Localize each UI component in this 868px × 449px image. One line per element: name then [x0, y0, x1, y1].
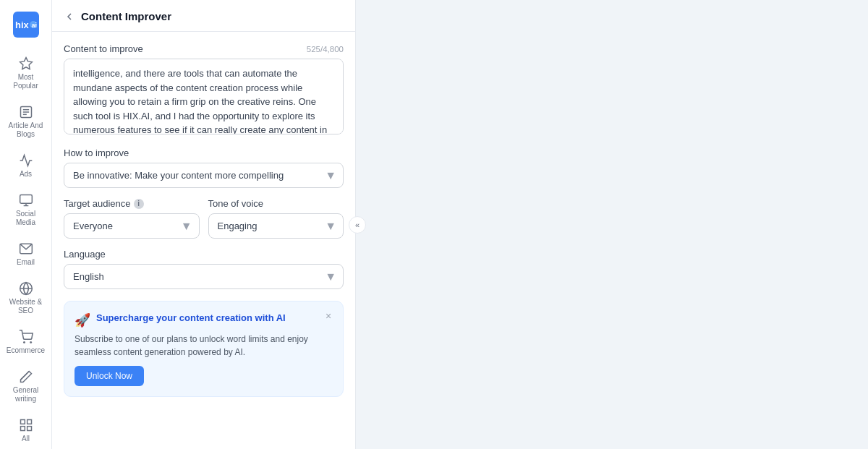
svg-point-14	[23, 342, 25, 343]
sidebar-item-most-popular-label: Most Popular	[7, 73, 46, 90]
svg-rect-20	[20, 427, 25, 431]
panel-title: Content Improver	[81, 10, 171, 22]
sidebar-item-general-writing[interactable]: General writing	[4, 364, 48, 409]
language-field: Language English Spanish French German C…	[64, 249, 344, 289]
svg-text:hix: hix	[15, 20, 30, 30]
svg-point-15	[30, 342, 31, 343]
how-to-improve-select-wrapper: Be innovative: Make your content more co…	[64, 163, 344, 188]
promo-title: Supercharge your content creation with A…	[96, 312, 300, 325]
target-audience-select[interactable]: Everyone Students Professionals Develope…	[64, 213, 200, 239]
sidebar-item-email[interactable]: Email	[4, 236, 48, 273]
sidebar-item-ads[interactable]: Ads	[4, 147, 48, 184]
how-to-improve-select[interactable]: Be innovative: Make your content more co…	[64, 163, 344, 188]
promo-close-button[interactable]: ×	[321, 309, 336, 323]
unlock-now-button[interactable]: Unlock Now	[75, 366, 144, 386]
content-to-improve-label: Content to improve	[64, 43, 143, 54]
sidebar-item-all[interactable]: All	[4, 412, 48, 449]
back-button[interactable]	[64, 11, 75, 22]
sidebar-item-website-seo[interactable]: Website & SEO	[4, 275, 48, 321]
sidebar-item-most-popular[interactable]: Most Popular	[4, 51, 48, 96]
target-audience-info-icon[interactable]: i	[134, 199, 144, 209]
promo-rocket-icon: 🚀	[75, 312, 90, 328]
svg-rect-8	[20, 195, 32, 204]
sidebar-item-ecommerce-label: Ecommerce	[7, 346, 45, 355]
panel-wrapper: Content Improver Content to improve 525/…	[52, 0, 356, 449]
target-audience-label: Target audience	[64, 198, 131, 209]
svg-marker-3	[20, 58, 32, 69]
content-to-improve-label-row: Content to improve 525/4,800	[64, 43, 344, 54]
target-audience-label-row: Target audience i	[64, 198, 200, 209]
panel-header: Content Improver	[52, 0, 355, 32]
language-select-wrapper: English Spanish French German Chinese ▼	[64, 264, 344, 289]
tone-of-voice-select[interactable]: Engaging Formal Casual Humorous	[208, 213, 344, 239]
promo-banner: × 🚀 Supercharge your content creation wi…	[64, 301, 344, 397]
sidebar-item-social-media-label: Social Media	[7, 210, 46, 227]
svg-text:ai: ai	[31, 22, 37, 29]
logo-box: hix ai	[13, 12, 39, 38]
sidebar: hix ai Most Popular Article And Blogs Ad…	[0, 0, 52, 449]
svg-rect-17	[20, 420, 25, 424]
promo-description: Subscribe to one of our plans to unlock …	[75, 333, 333, 359]
char-count: 525/4,800	[307, 45, 344, 54]
sidebar-item-general-writing-label: General writing	[7, 386, 46, 403]
sidebar-item-all-label: All	[22, 435, 30, 443]
sidebar-item-social-media[interactable]: Social Media	[4, 187, 48, 233]
target-audience-select-wrapper: Everyone Students Professionals Develope…	[64, 213, 200, 239]
how-to-improve-field: How to improve Be innovative: Make your …	[64, 147, 344, 188]
svg-rect-18	[27, 420, 31, 424]
target-audience-field: Target audience i Everyone Students Prof…	[64, 198, 200, 239]
content-to-improve-field: Content to improve 525/4,800 intelligenc…	[64, 43, 344, 137]
tone-of-voice-label: Tone of voice	[208, 198, 264, 209]
language-select[interactable]: English Spanish French German Chinese	[64, 264, 344, 289]
form-area: Content to improve 525/4,800 intelligenc…	[52, 32, 355, 301]
sidebar-item-email-label: Email	[17, 258, 35, 267]
content-textarea[interactable]: intelligence, and there are tools that c…	[64, 59, 344, 134]
sidebar-item-article-blogs[interactable]: Article And Blogs	[4, 99, 48, 145]
sidebar-item-website-seo-label: Website & SEO	[7, 298, 46, 315]
sidebar-item-ads-label: Ads	[20, 170, 32, 179]
collapse-panel-button[interactable]: «	[349, 216, 366, 234]
tone-of-voice-field: Tone of voice Engaging Formal Casual Hum…	[208, 198, 344, 239]
sidebar-item-article-blogs-label: Article And Blogs	[7, 121, 46, 139]
svg-rect-19	[27, 427, 31, 431]
how-to-improve-label: How to improve	[64, 147, 344, 158]
tone-of-voice-select-wrapper: Engaging Formal Casual Humorous ▼	[208, 213, 344, 239]
sidebar-item-ecommerce[interactable]: Ecommerce	[4, 324, 48, 361]
audience-tone-row: Target audience i Everyone Students Prof…	[64, 198, 344, 239]
main-panel: Content Improver Content to improve 525/…	[52, 0, 356, 449]
language-label: Language	[64, 249, 344, 260]
logo: hix ai	[9, 7, 43, 42]
right-content-area	[356, 0, 868, 449]
promo-header: 🚀 Supercharge your content creation with…	[75, 312, 333, 328]
tone-of-voice-label-row: Tone of voice	[208, 198, 344, 209]
